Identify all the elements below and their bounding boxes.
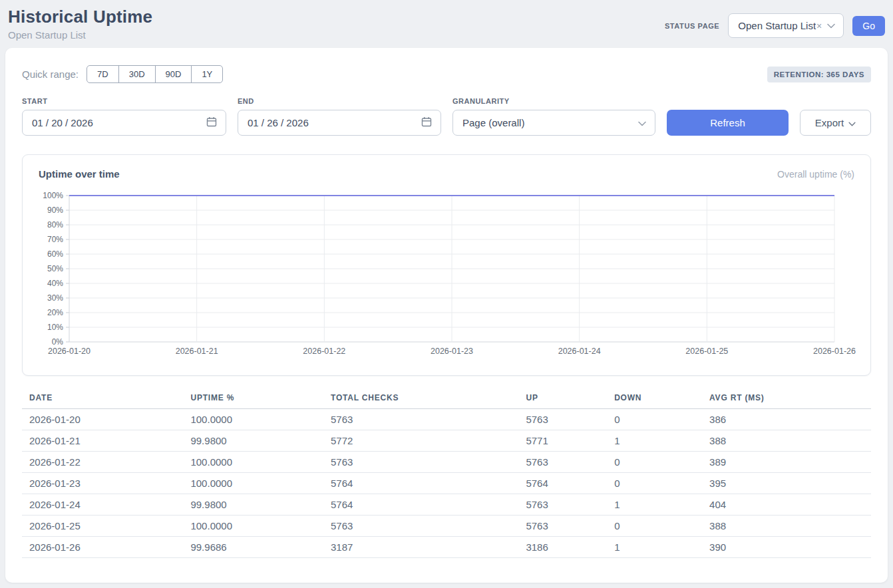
quick-range-row: Quick range: 7D30D90D1Y RETENTION: 365 D… [22,65,871,83]
chevron-down-icon [638,117,646,128]
end-label: END [238,97,441,105]
table-row: 2026-01-2699.9686318731861390 [22,537,871,558]
svg-text:2026-01-23: 2026-01-23 [431,347,473,356]
main-panel: Quick range: 7D30D90D1Y RETENTION: 365 D… [5,48,888,583]
granularity-value: Page (overall) [462,117,524,128]
svg-text:2026-01-20: 2026-01-20 [48,347,90,356]
chart-legend: Overall uptime (%) [777,169,854,180]
column-header: TOTAL CHECKS [323,392,518,409]
table-cell: 1 [607,430,702,452]
table-cell: 0 [607,452,702,473]
column-header: AVG RT (MS) [702,392,871,409]
header-controls: STATUS PAGE Open Startup List × Go [665,13,885,38]
svg-text:2026-01-25: 2026-01-25 [685,347,728,356]
svg-text:0%: 0% [52,337,64,347]
table-cell: 386 [702,409,871,430]
table-cell: 2026-01-21 [22,430,183,452]
table-cell: 99.9800 [183,494,323,515]
uptime-chart: 0%10%20%30%40%50%60%70%80%90%100%2026-01… [39,190,854,358]
page-header: Historical Uptime Open Startup List STAT… [0,0,893,48]
table-cell: 395 [702,473,871,494]
table-cell: 2026-01-26 [22,537,183,558]
uptime-table: DATEUPTIME %TOTAL CHECKSUPDOWNAVG RT (MS… [22,392,871,558]
table-cell: 99.9800 [183,430,323,452]
table-cell: 2026-01-22 [22,452,183,473]
quick-range-90d[interactable]: 90D [155,65,192,83]
table-cell: 404 [702,494,871,515]
quick-range-7d[interactable]: 7D [87,65,119,83]
calendar-icon[interactable] [421,116,432,129]
table-cell: 100.0000 [183,409,323,430]
table-row: 2026-01-2499.9800576457631404 [22,494,871,515]
table-cell: 100.0000 [183,473,323,494]
table-cell: 2026-01-25 [22,515,183,537]
granularity-select[interactable]: Page (overall) [452,110,655,136]
table-cell: 5763 [518,494,607,515]
svg-text:60%: 60% [47,249,63,259]
status-page-label: STATUS PAGE [665,22,719,30]
table-cell: 1 [607,537,702,558]
svg-text:20%: 20% [47,308,63,317]
export-button[interactable]: Export [800,110,871,136]
table-body: 2026-01-20100.00005763576303862026-01-21… [22,409,871,558]
table-cell: 5763 [518,409,607,430]
table-cell: 5763 [323,515,518,537]
table-cell: 0 [607,409,702,430]
table-cell: 5764 [323,473,518,494]
uptime-chart-card: Uptime over time Overall uptime (%) 0%10… [22,154,871,376]
table-cell: 5763 [323,409,518,430]
granularity-label: GRANULARITY [452,97,655,105]
svg-text:90%: 90% [47,206,63,215]
table-cell: 5771 [518,430,607,452]
table-row: 2026-01-20100.0000576357630386 [22,409,871,430]
svg-text:2026-01-26: 2026-01-26 [813,347,856,356]
page-subtitle: Open Startup List [8,29,152,41]
svg-text:2026-01-22: 2026-01-22 [303,347,345,356]
svg-text:100%: 100% [43,191,63,200]
filters-row: START 01 / 20 / 2026 END 01 / 26 / 2026 … [22,97,871,136]
table-cell: 100.0000 [183,452,323,473]
header-titles: Historical Uptime Open Startup List [8,7,152,41]
column-header: UPTIME % [183,392,323,409]
clear-icon[interactable]: × [816,21,822,31]
table-cell: 0 [607,473,702,494]
table-cell: 389 [702,452,871,473]
table-cell: 3187 [323,537,518,558]
end-date-value: 01 / 26 / 2026 [248,117,309,128]
start-label: START [22,97,226,105]
table-cell: 5763 [518,515,607,537]
table-cell: 5764 [518,473,607,494]
svg-text:2026-01-24: 2026-01-24 [558,347,601,356]
table-cell: 5763 [518,452,607,473]
table-cell: 2026-01-23 [22,473,183,494]
quick-range-1y[interactable]: 1Y [191,65,223,83]
table-row: 2026-01-23100.0000576457640395 [22,473,871,494]
chart-title: Uptime over time [39,168,120,180]
svg-text:70%: 70% [47,235,63,244]
svg-text:50%: 50% [47,264,63,273]
retention-badge: RETENTION: 365 DAYS [767,67,871,82]
table-cell: 388 [702,515,871,537]
table-cell: 5772 [323,430,518,452]
table-cell: 390 [702,537,871,558]
status-page-value: Open Startup List [738,20,816,31]
status-page-select[interactable]: Open Startup List × [728,13,844,38]
end-date-input[interactable]: 01 / 26 / 2026 [238,110,441,136]
column-header: DOWN [607,392,702,409]
table-cell: 100.0000 [183,515,323,537]
refresh-button[interactable]: Refresh [667,110,789,136]
table-cell: 5764 [323,494,518,515]
table-cell: 5763 [323,452,518,473]
start-date-input[interactable]: 01 / 20 / 2026 [22,110,226,136]
quick-range-group: 7D30D90D1Y [87,65,223,83]
go-button[interactable]: Go [852,16,885,36]
table-cell: 388 [702,430,871,452]
page-title: Historical Uptime [8,7,152,27]
calendar-icon[interactable] [206,116,217,129]
quick-range-30d[interactable]: 30D [118,65,156,83]
table-header-row: DATEUPTIME %TOTAL CHECKSUPDOWNAVG RT (MS… [22,392,871,409]
start-date-value: 01 / 20 / 2026 [32,117,93,128]
table-row: 2026-01-2199.9800577257711388 [22,430,871,452]
chevron-down-icon [848,117,856,128]
table-cell: 0 [607,515,702,537]
